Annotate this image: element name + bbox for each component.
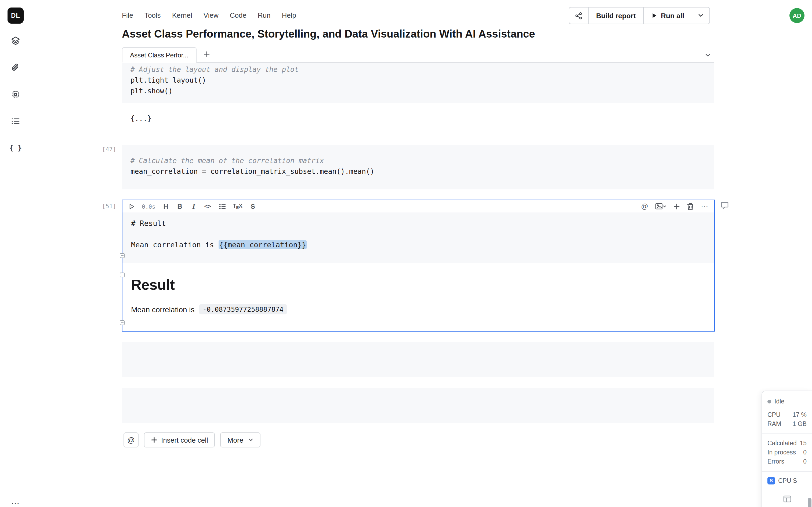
menu-tools[interactable]: Tools [145,11,161,19]
tab-asset-class-performance[interactable]: Asset Class Perfor... [122,47,196,63]
machine-selector[interactable]: S CPU S [767,477,807,485]
grid-view-icon[interactable] [783,495,791,503]
markdown-preview: Result Mean correlation is -0.0873597725… [122,263,714,315]
share-icon [575,11,583,19]
menu-view[interactable]: View [204,11,218,19]
collapse-tabs-button[interactable] [702,50,713,61]
cell-comment-icon[interactable] [721,202,729,211]
markdown-source-editor[interactable]: # Result Mean correlation is {{mean_corr… [122,213,714,263]
heading-icon[interactable]: H [162,203,169,210]
vertical-scrollbar-thumb[interactable] [808,498,811,507]
insert-code-cell-button[interactable]: Insert code cell [144,433,215,447]
preview-paragraph: Mean correlation is -0.08735977258887874 [131,304,706,315]
menubar: File Tools Kernel View Code Run Help [122,11,296,19]
cell-output-collapsed[interactable]: {...} [131,114,151,122]
sidebar-more-icon[interactable]: ⋯ [9,496,22,507]
image-options-icon[interactable] [655,203,666,210]
page-title: Asset Class Performance, Storytelling, a… [122,28,713,40]
code-cell-47[interactable]: # Calculate the mean of the correlation … [122,145,714,189]
add-cell-icon[interactable] [673,203,680,210]
execution-count: [51] [102,203,116,210]
run-all-button[interactable]: Run all [643,7,692,23]
ai-mention-button[interactable]: @ [123,433,139,447]
braces-icon: { } [9,144,22,152]
notebooks-icon[interactable] [9,34,22,47]
code-icon[interactable]: <> [204,203,212,210]
source-line: Mean correlation is {{mean_correlation}} [131,239,706,250]
datalore-app: DL { } ⋯ File Tools Kernel View Code Run… [0,0,812,507]
inline-expression[interactable]: {{mean_correlation}} [218,240,307,249]
italic-icon[interactable]: I [190,202,197,211]
code-line: mean_correlation = correlation_matrix_su… [131,166,706,177]
insert-bar: @ Insert code cell More [123,433,260,447]
cell-handle[interactable] [120,320,124,325]
chevron-down-icon [698,12,704,19]
menu-run[interactable]: Run [258,11,271,19]
datalore-logo[interactable]: DL [7,7,23,23]
code-line: plt.show() [131,86,706,97]
machine-badge-icon: S [767,477,775,485]
build-report-button[interactable]: Build report [588,7,643,23]
add-tab-button[interactable] [200,47,213,61]
calculated-row: Calculated15 [767,439,807,448]
code-line: plt.tight_layout() [131,75,706,86]
in-process-row: In process0 [767,448,807,457]
kernel-status-panel: Idle CPU17 % RAM1 GB Calculated15 In pro… [762,391,812,507]
run-all-label: Run all [661,11,684,19]
panel-footer [767,495,807,503]
topbar-actions: Build report Run all [569,7,710,24]
machine-label: CPU S [778,477,797,484]
chevron-down-icon [248,437,253,443]
plus-icon [203,51,210,57]
markdown-toolbar: 0.0s H B I <> TEX S @ ⋯ [122,200,714,213]
inline-expression-value: -0.08735977258887874 [200,304,287,315]
variables-icon[interactable]: { } [9,141,22,154]
insert-code-cell-label: Insert code cell [161,436,208,444]
menu-kernel[interactable]: Kernel [172,11,192,19]
divider [762,471,812,471]
strikethrough-icon[interactable]: S [249,203,256,210]
code-cell-scrolled[interactable]: # Adjust the layout and display the plot… [122,63,714,103]
attachments-icon[interactable] [9,61,22,74]
cell-handle[interactable] [120,273,124,277]
outline-icon[interactable] [9,115,22,128]
list-icon[interactable] [218,203,226,210]
sidebar: DL { } ⋯ [0,0,31,507]
avatar[interactable]: AD [790,8,805,23]
ram-usage-row: RAM1 GB [767,419,807,429]
tab-label: Asset Class Perfor... [130,51,188,59]
run-options-button[interactable] [692,7,709,23]
empty-cell[interactable] [122,342,714,377]
code-line: # Adjust the layout and display the plot [131,64,706,75]
code-line: # Calculate the mean of the correlation … [131,156,706,166]
preview-heading: Result [131,277,706,293]
chevron-down-icon [705,52,711,58]
cell-exec-time: 0.0s [142,203,155,210]
more-label: More [227,436,243,444]
divider [762,434,812,434]
bold-icon[interactable]: B [176,203,184,210]
plus-icon [151,437,157,443]
environment-icon[interactable] [9,88,22,101]
mention-icon[interactable]: @ [641,202,648,210]
run-cell-icon[interactable] [128,203,135,210]
menu-help[interactable]: Help [282,11,296,19]
errors-row: Errors0 [767,457,807,466]
source-line-blank [131,229,706,239]
tex-icon[interactable]: TEX [233,203,243,210]
delete-cell-icon[interactable] [687,203,694,210]
source-line: # Result [131,218,706,229]
tabstrip: Asset Class Perfor... [122,47,714,63]
cpu-usage-row: CPU17 % [767,410,807,419]
empty-cell[interactable] [122,388,714,423]
kernel-state: Idle [767,398,807,404]
share-button[interactable] [569,7,588,23]
markdown-cell-51[interactable]: 0.0s H B I <> TEX S @ ⋯ # Result [122,200,715,332]
menu-code[interactable]: Code [230,11,247,19]
play-icon [651,12,657,19]
cell-more-icon[interactable]: ⋯ [701,202,709,211]
more-button[interactable]: More [220,433,260,447]
menu-file[interactable]: File [122,11,133,19]
execution-count: [47] [102,146,116,153]
cell-handle[interactable] [120,253,124,258]
